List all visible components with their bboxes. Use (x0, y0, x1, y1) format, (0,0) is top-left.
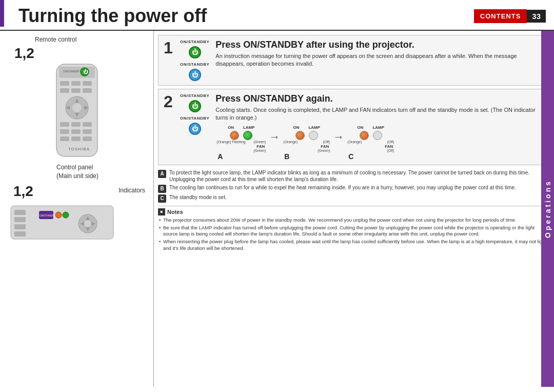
ind-A-fan: FAN (256, 144, 265, 149)
svg-rect-20 (60, 129, 69, 134)
ind-B-sub2: (Off) (323, 140, 330, 144)
svg-rect-24 (71, 136, 81, 141)
ind-A-lamp: LAMP (243, 125, 255, 130)
step1-desc: An instruction message for turning the p… (215, 52, 544, 68)
indicators-diagram: ON LAMP (Orange) Flashing (Green) (215, 125, 544, 161)
svg-text:ON/STANDBY: ON/STANDBY (39, 214, 56, 217)
remote-control-label: Remote control (35, 36, 76, 43)
svg-point-30 (55, 212, 62, 218)
ind-C-fan-color: (Off) (387, 149, 394, 152)
svg-text:TOSHIBA: TOSHIBA (68, 147, 90, 151)
note-C-item: C The standby mode is set. (158, 194, 550, 203)
ind-B-on: ON (293, 125, 299, 130)
header-right: CONTENTS 33 (474, 9, 546, 23)
control-panel-label: Control panel (56, 164, 93, 171)
ind-C-sub: (Orange) (Off) (346, 140, 395, 144)
ind-A-sub: (Orange) Flashing (Green) (215, 140, 267, 144)
control-panel-section: Control panel (Main unit side) 1,2 Indic… (4, 164, 149, 244)
operations-label: Operations (544, 180, 552, 238)
ind-A-circle-green (243, 131, 252, 140)
svg-point-33 (84, 220, 91, 227)
step2-box: 2 ON/STANDBY ⏻ ON/STANDBY ⏻ Press ON/STA… (158, 89, 550, 165)
ind-B-circles (295, 131, 318, 140)
svg-rect-41 (14, 231, 26, 237)
note-A-item: A To protect the light source lamp, the … (158, 169, 550, 183)
step1-power-button-icon: ⏻ (189, 46, 201, 58)
step1-on-standby-label: ON/STANDBY (180, 40, 209, 44)
ind-B-sub1: (Orange) (283, 140, 298, 144)
step1-number: 1 (164, 40, 176, 56)
step1-box: 1 ON/STANDBY ⏻ ON/STANDBY ⏻ Press ON/STA… (158, 35, 550, 86)
note-C-badge: C (158, 194, 166, 203)
ind-B-sub: (Orange) (Off) (282, 140, 331, 144)
svg-point-31 (63, 212, 69, 218)
svg-rect-19 (83, 122, 92, 127)
step1-content: Press ON/STANDBY after using the project… (215, 40, 544, 68)
ind-A-sub1: (Orange) Flashing (216, 140, 245, 144)
right-panel: 1 ON/STANDBY ⏻ ON/STANDBY ⏻ Press ON/STA… (154, 31, 554, 387)
step1-power-button-icon2: ⏻ (189, 69, 201, 81)
ind-C-lamp: LAMP (372, 125, 384, 130)
note-A-badge: A (158, 170, 166, 178)
step2-content: Press ON/STANDBY again. Cooling starts. … (215, 93, 544, 161)
power-symbol2: ⏻ (192, 71, 198, 79)
ind-B-circle-off (309, 131, 318, 140)
ind-B-circle-orange (295, 131, 305, 140)
svg-rect-9 (71, 88, 81, 93)
svg-rect-22 (83, 129, 92, 134)
notes-heading-label: Notes (167, 209, 183, 215)
note-C-text: The standby mode is set. (169, 194, 227, 201)
svg-rect-25 (83, 136, 92, 141)
ind-A-fan-color: (Green) (253, 149, 266, 152)
ind-A-circles (230, 131, 252, 140)
svg-rect-40 (14, 224, 26, 229)
svg-rect-38 (14, 210, 26, 215)
ind-B-fan: FAN (321, 144, 329, 149)
ind-C-circles (360, 131, 382, 140)
svg-rect-27 (11, 206, 113, 239)
svg-rect-39 (14, 217, 26, 222)
bullet-1: The projector consumes about 20W of powe… (158, 217, 550, 224)
svg-point-12 (72, 103, 82, 112)
bullet-2: Be sure that the LAMP indicator has turn… (158, 225, 550, 238)
ind-B-fan-color: (Green) (318, 149, 330, 152)
ind-B-top-labels: ON LAMP (293, 125, 320, 130)
ind-C-on: ON (357, 125, 363, 130)
step2-on-standby-label: ON/STANDBY (180, 93, 209, 98)
ind-A-circle-orange (230, 131, 239, 140)
label-12-bottom: 1,2 (13, 183, 33, 200)
arrow-2: → (333, 130, 344, 144)
svg-rect-6 (71, 81, 81, 86)
contents-button[interactable]: CONTENTS (474, 9, 527, 23)
note-B-badge: B (158, 185, 166, 193)
svg-rect-17 (60, 122, 69, 127)
step2-icon-area: ON/STANDBY ⏻ ON/STANDBY ⏻ (180, 93, 209, 135)
note-A-text: To protect the light source lamp, the LA… (169, 169, 550, 183)
ind-A-sub2: (Green) (253, 140, 266, 144)
ind-C-sub1: (Orange) (347, 140, 362, 144)
step2-desc: Cooling starts. Once cooling is complete… (215, 106, 544, 122)
ind-A-top-labels: ON LAMP (228, 125, 255, 130)
ind-C-letter: C (348, 152, 353, 161)
note-B-text: The cooling fan continues to run for a w… (169, 184, 516, 191)
svg-text:ON/STANDBY: ON/STANDBY (63, 70, 80, 73)
header-accent (0, 0, 4, 27)
ind-B-lamp: LAMP (308, 125, 320, 130)
ind-C-sub2: (Off) (387, 140, 394, 144)
arrow-1: → (269, 130, 280, 144)
notes-bullets-section: ■ Notes The projector consumes about 20W… (158, 206, 550, 253)
ind-C-circle-orange (360, 131, 369, 140)
step2-header: 2 ON/STANDBY ⏻ ON/STANDBY ⏻ Press ON/STA… (164, 93, 544, 161)
ind-A-letter: A (217, 152, 223, 161)
left-panel: Remote control 1,2 ON/STANDBY ⏻ (0, 31, 154, 387)
control-panel-illustration: ON/STANDBY (8, 201, 121, 242)
step1-title: Press ON/STANDBY after using the project… (215, 40, 544, 50)
label-12-top: 1,2 (14, 45, 34, 62)
notes-heading: ■ Notes (158, 208, 550, 215)
svg-rect-23 (60, 136, 69, 141)
ind-A-on: ON (228, 125, 234, 130)
step2-on-standby-label2: ON/STANDBY (180, 116, 209, 121)
svg-rect-18 (71, 122, 81, 127)
bullet-3: When reinserting the power plug before t… (158, 239, 550, 252)
main-unit-label: (Main unit side) (56, 172, 98, 180)
